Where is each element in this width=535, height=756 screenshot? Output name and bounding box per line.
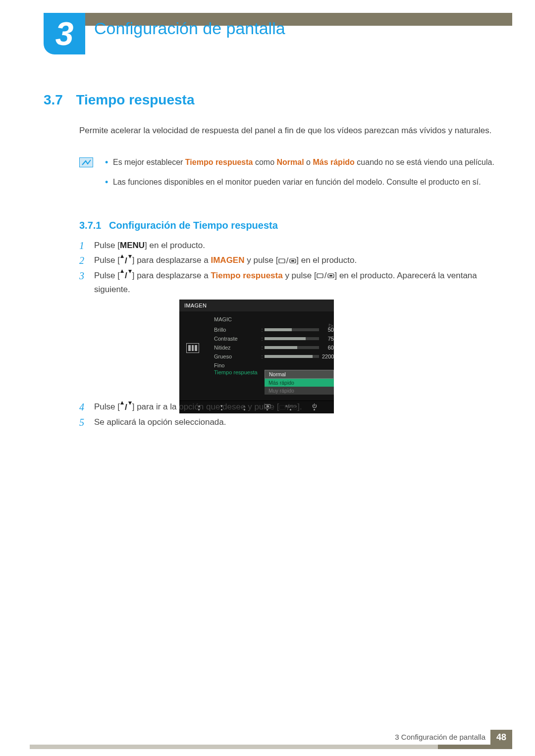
svg-rect-7 <box>317 274 323 278</box>
step-number: 3 <box>79 269 84 283</box>
subsection-title: Configuración de Tiempo respuesta <box>109 220 278 231</box>
picture-category-icon <box>186 343 199 353</box>
step-keyword: Tiempo respuesta <box>211 271 282 280</box>
step-number: 4 <box>79 400 84 414</box>
osd-label: MAGIC <box>214 316 260 322</box>
note-item: Las funciones disponibles en el monitor … <box>105 176 505 189</box>
up-down-arrows-icon: / <box>120 269 132 283</box>
step-text: y pulse [ <box>244 255 278 265</box>
section-number: 3.7 <box>44 92 63 107</box>
note-text: o <box>304 158 313 166</box>
note-list: Es mejor establecer Tiempo respuesta com… <box>105 156 505 189</box>
note-icon <box>79 157 93 167</box>
step-text: ] en el producto. <box>145 241 205 250</box>
note-keyword: Normal <box>277 158 304 166</box>
step-text: Pulse [ <box>94 255 120 265</box>
osd-value: 2200 <box>319 353 334 359</box>
footer-bar-accent <box>438 745 512 749</box>
osd-value: 50 <box>319 327 334 333</box>
step-text: Se aplicará la opción seleccionada. <box>94 417 226 427</box>
up-down-arrows-icon: / <box>120 254 132 268</box>
page-footer: 3 Configuración de pantalla 48 <box>30 731 512 749</box>
step-text: Pulse [ <box>94 241 120 250</box>
osd-menu-screenshot: IMAGEN MAGIC ▷ Brillo : 50 Contraste : 7… <box>179 300 334 413</box>
note-item: Es mejor establecer Tiempo respuesta com… <box>105 156 505 169</box>
step-text: ] para desplazarse a <box>132 255 211 265</box>
svg-rect-16 <box>292 406 295 408</box>
osd-value: 75 <box>319 336 334 342</box>
step-item: 5 Se aplicará la opción seleccionada. <box>79 415 505 429</box>
osd-body: MAGIC ▷ Brillo : 50 Contraste : 75 Nitid… <box>179 311 334 401</box>
section-title: Tiempo respuesta <box>76 92 194 107</box>
step-keyword: MENU <box>120 241 145 250</box>
osd-row-contraste: Contraste : 75 <box>214 334 325 343</box>
note-text: Es mejor establecer <box>113 158 185 166</box>
osd-title: IMAGEN <box>179 300 334 311</box>
step-item: 1 Pulse [MENU] en el producto. <box>79 239 505 252</box>
up-down-arrows-icon: / <box>120 401 132 414</box>
osd-slider <box>265 355 319 358</box>
osd-slider <box>265 346 319 349</box>
subsection-heading: 3.7.1 Configuración de Tiempo respuesta <box>79 220 278 231</box>
steps-list: 1 Pulse [MENU] en el producto. 2 Pulse [… <box>79 239 505 298</box>
note-text: como <box>253 158 276 166</box>
subsection-number: 3.7.1 <box>79 220 101 231</box>
chapter-title: Configuración de pantalla <box>94 19 285 38</box>
osd-row-nitidez: Nitidez : 60 <box>214 343 325 352</box>
svg-marker-6 <box>128 270 132 273</box>
chapter-number-badge: 3 <box>44 13 85 54</box>
note-block: Es mejor establecer Tiempo respuesta com… <box>79 156 505 196</box>
osd-value: 60 <box>319 345 334 351</box>
step-item: 3 Pulse [/] para desplazarse a Tiempo re… <box>79 269 505 297</box>
footer-bar <box>30 745 512 749</box>
step-item: 4 Pulse [/] para ir a la opción que dese… <box>79 400 505 414</box>
svg-rect-2 <box>279 259 285 263</box>
svg-marker-1 <box>128 255 132 258</box>
step-text: Pulse [ <box>94 402 120 411</box>
svg-rect-14 <box>279 405 285 409</box>
step-text: Pulse [ <box>94 271 120 280</box>
manual-page: 3 Configuración de pantalla 3.7 Tiempo r… <box>0 0 535 756</box>
osd-label: Contraste <box>214 336 260 342</box>
osd-slider <box>265 337 319 340</box>
step-text: y pulse [ <box>283 271 317 280</box>
step-text: ]. <box>297 402 302 411</box>
note-keyword: Tiempo respuesta <box>185 158 253 166</box>
step-number: 2 <box>79 253 84 267</box>
osd-label: Nitidez <box>214 345 260 351</box>
section-intro-text: Permite acelerar la velocidad de respues… <box>79 124 505 138</box>
source-enter-icon: / <box>317 269 335 283</box>
section-heading: 3.7 Tiempo respuesta <box>44 92 195 108</box>
source-enter-icon: / <box>278 254 297 268</box>
step-keyword: IMAGEN <box>211 255 244 265</box>
footer-chapter-text: 3 Configuración de pantalla <box>395 733 485 741</box>
source-enter-icon: / <box>279 401 297 414</box>
svg-marker-5 <box>120 269 124 273</box>
svg-rect-4 <box>291 260 294 261</box>
step-number: 5 <box>79 415 84 429</box>
svg-marker-13 <box>128 402 132 405</box>
osd-row-grueso: Grueso : 2200 <box>214 352 325 361</box>
step-item: 2 Pulse [/] para desplazarse a IMAGEN y … <box>79 253 505 268</box>
osd-row-magic: MAGIC ▷ <box>214 316 325 325</box>
note-text: cuando no se está viendo una película. <box>355 158 494 166</box>
note-keyword: Más rápido <box>313 158 354 166</box>
svg-marker-0 <box>120 254 124 258</box>
step-text: ] en el producto. <box>296 255 357 265</box>
svg-rect-9 <box>329 275 332 277</box>
step-number: 1 <box>79 239 84 252</box>
svg-marker-12 <box>120 401 124 404</box>
step-text: ] para ir a la opción que desee y pulse … <box>132 402 279 411</box>
osd-label-active: Tiempo respuesta <box>214 369 260 375</box>
steps-list-continued: 4 Pulse [/] para ir a la opción que dese… <box>79 400 505 430</box>
step-text: ] para desplazarse a <box>132 271 211 280</box>
osd-label: Grueso <box>214 353 260 359</box>
osd-slider <box>265 328 319 331</box>
page-number: 48 <box>490 730 512 745</box>
osd-label: Fino <box>214 362 260 368</box>
osd-label: Brillo <box>214 327 260 333</box>
